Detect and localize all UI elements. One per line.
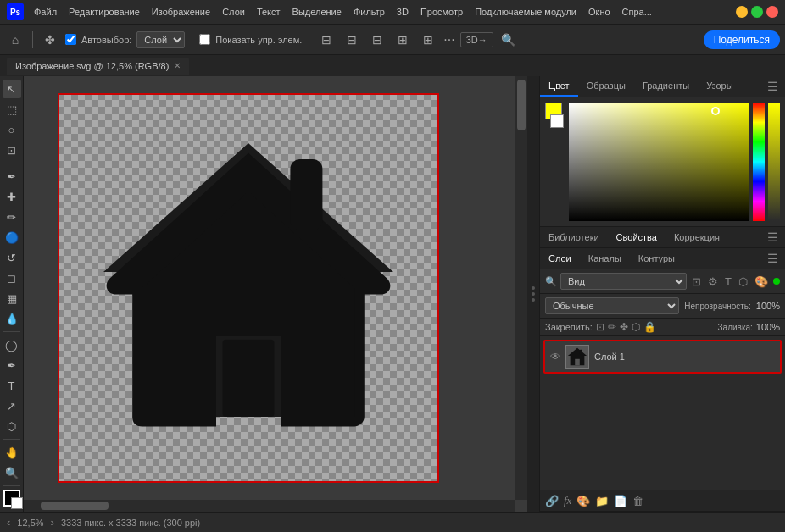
tab-gradients[interactable]: Градиенты [634,76,698,97]
lock-all-icon[interactable]: 🔒 [643,321,656,333]
menu-window[interactable]: Окно [583,5,615,19]
zoom-level[interactable]: 12,5% [17,518,43,528]
layer-select[interactable]: Слой [136,31,185,48]
menu-select[interactable]: Выделение [287,5,347,19]
menu-help[interactable]: Спра... [617,5,657,19]
layer-smart-icon[interactable]: ⬡ [737,274,749,290]
eyedropper-tool[interactable]: ✒ [3,167,21,186]
blur-tool[interactable]: 💧 [3,309,21,328]
menu-view[interactable]: Просмотр [415,5,468,19]
lock-position-icon[interactable]: ✤ [620,321,628,333]
tab-layers[interactable]: Слои [540,249,580,268]
tab-channels[interactable]: Каналы [580,249,630,268]
menu-file[interactable]: Файл [29,5,62,19]
stamp-tool[interactable]: 🔵 [3,228,21,247]
layer-item[interactable]: 👁 Слой 1 [543,340,782,374]
align-center-icon[interactable]: ⊟ [342,30,362,50]
lasso-tool[interactable]: ○ [3,120,21,139]
layer-mask-icon[interactable]: 🎨 [576,495,590,507]
more-options-icon[interactable]: ··· [443,32,454,47]
layer-filter-icon[interactable]: ⊡ [690,274,703,290]
hand-tool[interactable]: 🤚 [3,443,21,462]
arrange-icon[interactable]: ⊞ [418,30,438,50]
tab-swatches[interactable]: Образцы [578,76,634,97]
eraser-tool[interactable]: ◻ [3,269,21,287]
blend-mode-select[interactable]: Обычные [545,297,679,314]
alpha-slider[interactable] [768,103,780,221]
color-cursor[interactable] [711,107,720,115]
minimize-button[interactable] [736,6,748,18]
layer-color-icon[interactable]: 🎨 [753,274,770,290]
home-icon[interactable]: ⌂ [5,30,25,50]
lock-paint-icon[interactable]: ✏ [608,321,616,333]
layer-link-bottom-icon[interactable]: 🔗 [545,495,559,507]
menu-3d[interactable]: 3D [392,5,414,19]
menu-edit[interactable]: Редактирование [64,5,145,19]
tab-patterns[interactable]: Узоры [698,76,741,97]
background-color[interactable] [11,497,23,509]
color-panel-menu-icon[interactable]: ☰ [760,76,785,97]
brush-tool[interactable]: ✏ [3,208,21,226]
distribute-icon[interactable]: ⊞ [392,30,413,50]
tab-libraries[interactable]: Библиотеки [540,228,608,247]
menu-layers[interactable]: Слои [217,5,250,19]
menu-plugins[interactable]: Подключаемые модули [470,5,582,19]
vertical-scrollbar[interactable] [515,76,527,500]
move-tool-icon[interactable]: ✤ [40,30,60,50]
layer-group-icon[interactable]: 📁 [595,495,609,507]
maximize-button[interactable] [751,6,763,18]
foreground-color[interactable] [3,490,20,507]
history-tool[interactable]: ↺ [3,248,21,267]
tab-properties[interactable]: Свойства [608,228,665,247]
autosync-checkbox[interactable] [65,34,76,45]
gradient-tool[interactable]: ▦ [3,289,21,308]
menu-bar[interactable]: Файл Редактирование Изображение Слои Тек… [29,5,657,19]
horizontal-scrollbar[interactable] [24,500,515,512]
layer-fx-icon[interactable]: fx [564,494,571,507]
menu-text[interactable]: Текст [252,5,286,19]
close-button[interactable] [766,6,778,18]
tab-paths[interactable]: Контуры [630,249,683,268]
layer-link-icon[interactable]: ⚙ [706,274,720,290]
text-tool[interactable]: T [3,376,21,395]
background-swatch[interactable] [550,114,564,128]
lock-transparent-icon[interactable]: ⊡ [596,321,604,333]
fill-value[interactable]: 100% [756,322,780,332]
zoom-tool[interactable]: 🔍 [3,463,21,482]
move-tool[interactable]: ↖ [3,80,21,98]
healing-tool[interactable]: ✚ [3,187,21,206]
menu-filter[interactable]: Фильтр [348,5,390,19]
vertical-scroll-thumb[interactable] [517,80,526,130]
crop-tool[interactable]: ⊡ [3,141,21,159]
pen-tool[interactable]: ✒ [3,356,21,374]
selection-tool[interactable]: ⬚ [3,100,21,119]
tab-close-button[interactable]: ✕ [174,61,181,70]
search-icon[interactable]: 🔍 [498,30,519,50]
path-select-tool[interactable]: ↗ [3,396,21,415]
nav-next-icon[interactable]: › [51,516,54,529]
lock-artboard-icon[interactable]: ⬡ [632,321,640,333]
share-button[interactable]: Поделиться [704,30,780,49]
tab-color[interactable]: Цвет [540,76,578,97]
opacity-value[interactable]: 100% [756,301,780,311]
layers-panel-menu-icon[interactable]: ☰ [760,248,785,269]
layer-kind-filter[interactable]: Вид [560,273,687,290]
props-panel-menu-icon[interactable]: ☰ [760,227,785,247]
align-right-icon[interactable]: ⊟ [367,30,387,50]
layer-new-icon[interactable]: 📄 [614,495,627,507]
nav-prev-icon[interactable]: ‹ [7,516,10,529]
align-left-icon[interactable]: ⊟ [316,30,337,50]
hue-slider[interactable] [753,103,765,221]
tab-corrections[interactable]: Коррекция [665,228,728,247]
3d-label[interactable]: 3D→ [460,32,493,47]
saturation-gradient[interactable] [569,103,749,221]
layer-style-icon[interactable]: T [723,274,733,290]
menu-image[interactable]: Изображение [147,5,215,19]
panel-collapse-button[interactable] [527,76,539,512]
layer-visibility-icon[interactable]: 👁 [550,351,560,363]
transform-checkbox[interactable] [199,34,210,45]
shape-tool[interactable]: ⬡ [3,417,21,435]
layer-delete-icon[interactable]: 🗑 [632,495,643,507]
horizontal-scroll-thumb[interactable] [41,502,109,510]
dodge-tool[interactable]: ◯ [3,335,21,354]
